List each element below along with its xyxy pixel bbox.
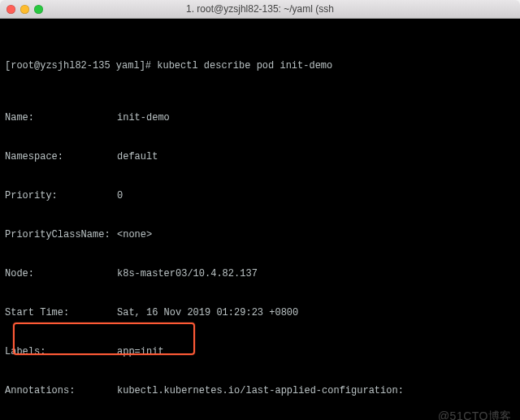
field-labels: Labels:app=init: [5, 345, 515, 358]
field-start-time: Start Time:Sat, 16 Nov 2019 01:29:23 +08…: [5, 306, 515, 319]
prompt-line: [root@yzsjhl82-135 yaml]# kubectl descri…: [5, 59, 515, 72]
field-priority: Priority:0: [5, 189, 515, 202]
field-node: Node:k8s-master03/10.4.82.137: [5, 267, 515, 280]
field-name: Name:init-demo: [5, 111, 515, 124]
terminal[interactable]: [root@yzsjhl82-135 yaml]# kubectl descri…: [0, 19, 520, 420]
window: 1. root@yzsjhl82-135: ~/yaml (ssh [root@…: [0, 0, 520, 420]
command: kubectl describe pod init-demo: [157, 60, 332, 71]
prompt: [root@yzsjhl82-135 yaml]#: [5, 60, 157, 71]
field-annotations-1: Annotations:kubectl.kubernetes.io/last-a…: [5, 384, 515, 397]
field-namespace: Namespace:default: [5, 150, 515, 163]
titlebar[interactable]: 1. root@yzsjhl82-135: ~/yaml (ssh: [0, 0, 520, 19]
window-title: 1. root@yzsjhl82-135: ~/yaml (ssh: [0, 2, 520, 15]
field-priority-class: PriorityClassName:<none>: [5, 228, 515, 241]
watermark: @51CTO博客: [438, 409, 512, 420]
